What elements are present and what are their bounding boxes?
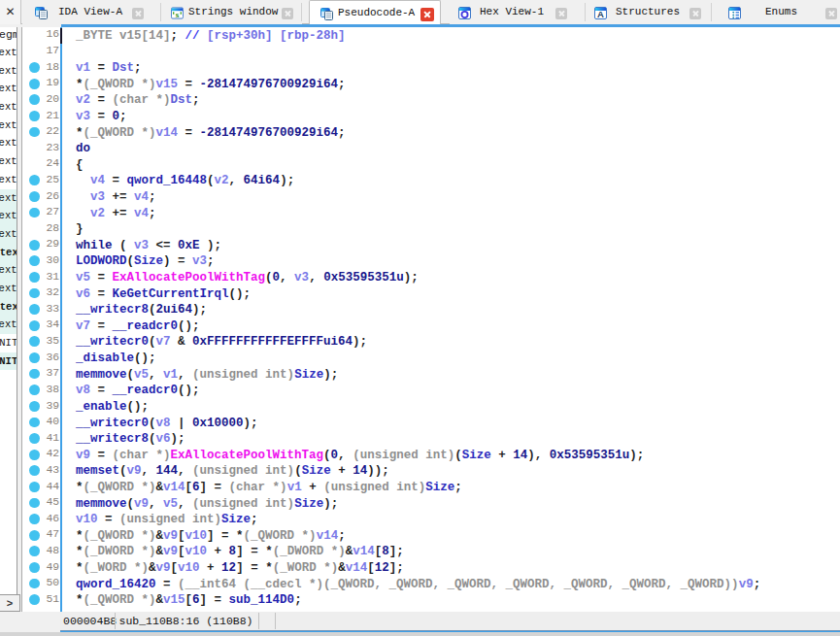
svg-text:A: A — [597, 9, 604, 19]
svg-text:s: s — [176, 10, 180, 19]
